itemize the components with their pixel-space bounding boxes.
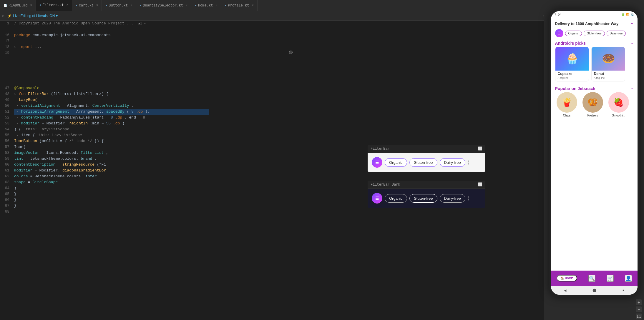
kotlin-icon4: ●	[140, 4, 141, 7]
chip-gluten-free-light[interactable]: Gluten-free	[409, 158, 437, 167]
code-line-49: ▷ fun FilterBar (filters: List<Filter>) …	[14, 91, 209, 97]
tab-qty[interactable]: ● QuantitySelector.kt ×	[136, 0, 191, 11]
pop-card-chips[interactable]: 🍟 Chips	[555, 92, 579, 117]
code-line-47	[14, 79, 209, 85]
tab-profile[interactable]: ● Profile.kt ×	[221, 0, 257, 11]
code-line-1: / Copyright 2020 The Android Open Source…	[14, 21, 209, 26]
filter-list-icon-light: ☰	[375, 160, 379, 165]
pick-card-cupcake[interactable]: 🧁 Cupcake A tag line	[555, 47, 589, 81]
phone-nav: 🏠 HOME 🔍 🛒 👤	[551, 271, 638, 286]
preview-card-header-light: FilterBar ⬜	[368, 145, 485, 153]
popular-arrow[interactable]: →	[631, 86, 633, 91]
code-line-51: ⚬ verticalAlignment = Alignment. CenterV…	[14, 103, 209, 109]
phone-zoom-out[interactable]: −	[636, 306, 642, 312]
chip-more-light[interactable]: (	[468, 160, 469, 165]
code-line-55: ) { this: LazyListScope	[14, 126, 209, 132]
chevron-down-icon[interactable]: ▾	[631, 21, 633, 26]
phone-frame: 7:04 🔋 📶 📡 Delivery to 1600 Amphitheater…	[549, 21, 640, 297]
code-line-68: }	[14, 203, 209, 209]
popular-row: 🍟 Chips 🥨 Pretzels 🍓 Smo	[551, 92, 638, 117]
pop-card-smoothie[interactable]: 🍓 Smoothi...	[607, 92, 630, 117]
chip-organic-dark[interactable]: Organic	[385, 194, 407, 203]
preview-icon-dark[interactable]: ⬜	[478, 182, 482, 187]
tab-close-profile[interactable]: ×	[252, 4, 254, 7]
tab-close-filters[interactable]: ×	[67, 4, 68, 7]
code-line-61: contentDescription = stringResource ("Fi	[14, 162, 209, 168]
androids-picks-title: Android's picks	[555, 41, 586, 46]
line-numbers: 1 16 17 18 19 47 48 49 50 51 52 53 54 55…	[0, 21, 12, 320]
phone-chip-dairy-free[interactable]: Dairy-free	[607, 31, 626, 36]
tab-filters[interactable]: ● Filters.kt ×	[36, 0, 72, 11]
home-nav-icon: 🏠	[561, 277, 564, 280]
line-col-indicator: ▷	[2, 14, 4, 18]
tab-close-readme[interactable]: ×	[30, 4, 32, 7]
code-gap	[14, 50, 209, 79]
code-editor: 1 16 17 18 19 47 48 49 50 51 52 53 54 55…	[0, 21, 209, 320]
smoothie-emoji: 🍓	[613, 97, 624, 107]
chip-more-dark[interactable]: (	[468, 196, 469, 201]
donut-emoji: 🍩	[602, 52, 615, 65]
phone-emulator: 7:04 🔋 📶 📡 Delivery to 1600 Amphitheater…	[544, 21, 644, 320]
profile-nav-icon: 👤	[625, 276, 631, 281]
back-button[interactable]: ◀	[564, 288, 566, 293]
nav-search-button[interactable]: 🔍	[588, 275, 595, 282]
tab-button[interactable]: ● Button.kt ×	[102, 0, 136, 11]
filter-icon-button-dark[interactable]: ☰	[372, 193, 382, 204]
phone-chip-gluten-free[interactable]: Gluten-free	[584, 31, 605, 36]
cupcake-tagline: A tag line	[555, 76, 589, 81]
nav-cart-button[interactable]: 🛒	[607, 275, 614, 282]
tab-readme[interactable]: 📄 README.md ×	[0, 0, 36, 11]
code-line-59: imageVector = Icons.Rounded. FilterList …	[14, 150, 209, 156]
chip-organic-light[interactable]: Organic	[385, 158, 407, 167]
phone-filter-row: ☰ Organic Gluten-free Dairy-free	[551, 28, 638, 39]
filterbar-light-preview: FilterBar ⬜ ☰ Organic Gluten-free Dairy-…	[368, 145, 485, 172]
code-line-62: modifier = Modifier. diagonalGradientBor	[14, 168, 209, 174]
tab-close-qty[interactable]: ×	[186, 4, 187, 7]
code-line-58: Icon(	[14, 144, 209, 150]
tab-cart[interactable]: ● Cart.kt ×	[72, 0, 102, 11]
filter-list-icon-dark: ☰	[375, 196, 379, 201]
code-line-16	[14, 26, 209, 32]
nav-home-button[interactable]: 🏠 HOME	[557, 275, 577, 281]
pretzels-label: Pretzels	[587, 114, 598, 117]
kotlin-icon5: ●	[195, 4, 197, 7]
chip-dairy-free-light[interactable]: Dairy-free	[440, 158, 465, 167]
androids-picks-arrow[interactable]: →	[631, 41, 633, 46]
phone-fit[interactable]: 1:1	[636, 314, 642, 319]
donut-label: Donut	[592, 71, 625, 76]
chip-dairy-free-dark[interactable]: Dairy-free	[440, 194, 465, 203]
chip-gluten-free-dark[interactable]: Gluten-free	[409, 194, 437, 203]
code-line-54: ⚬ modifier = Modifier. heightIn (min = 5…	[14, 121, 209, 126]
tab-close-home[interactable]: ×	[215, 4, 217, 7]
kotlin-icon2: ●	[76, 4, 77, 7]
code-line-63: colors = JetsnackTheme.colors. inter	[14, 174, 209, 179]
recents-button[interactable]: ■	[623, 289, 624, 292]
code-line-66: }	[14, 191, 209, 197]
nav-profile-button[interactable]: 👤	[625, 275, 632, 282]
phone-zoom-controls: + − 1:1	[544, 299, 644, 319]
filter-icon-button-light[interactable]: ☰	[372, 157, 382, 168]
code-line-67: }	[14, 197, 209, 203]
cupcake-image: 🧁	[555, 47, 589, 71]
cursor	[289, 51, 293, 54]
phone-filter-icon-button[interactable]: ☰	[555, 29, 563, 37]
chips-label: Chips	[563, 114, 571, 117]
home-button[interactable]: ⬤	[592, 288, 596, 293]
preview-icon-light[interactable]: ⬜	[478, 146, 482, 151]
code-line-64: shape = CircleShape	[14, 179, 209, 185]
live-editing-button[interactable]: ⚡ Live Editing of Literals: ON ▾	[7, 14, 58, 18]
code-line-50: LazyRow(	[14, 97, 209, 103]
code-line-52: ⚬ horizontalArrangement = Arrangement. s…	[14, 109, 209, 115]
tab-close-button[interactable]: ×	[130, 4, 132, 7]
pick-card-donut[interactable]: 🍩 Donut A tag line	[591, 47, 625, 81]
tab-close-cart[interactable]: ×	[96, 4, 98, 7]
delivery-address: Delivery to 1600 Amphitheater Way	[555, 21, 619, 26]
phone-delivery-header[interactable]: Delivery to 1600 Amphitheater Way ▾	[551, 21, 638, 28]
phone-zoom-in[interactable]: +	[636, 299, 642, 305]
chips-emoji: 🍟	[562, 97, 572, 107]
phone-chip-organic[interactable]: Organic	[565, 31, 582, 36]
pop-card-pretzels[interactable]: 🥨 Pretzels	[581, 92, 605, 117]
tab-home[interactable]: ● Home.kt ×	[191, 0, 221, 11]
code-line-48: @Composable	[14, 85, 209, 91]
code-line-18	[14, 38, 209, 44]
